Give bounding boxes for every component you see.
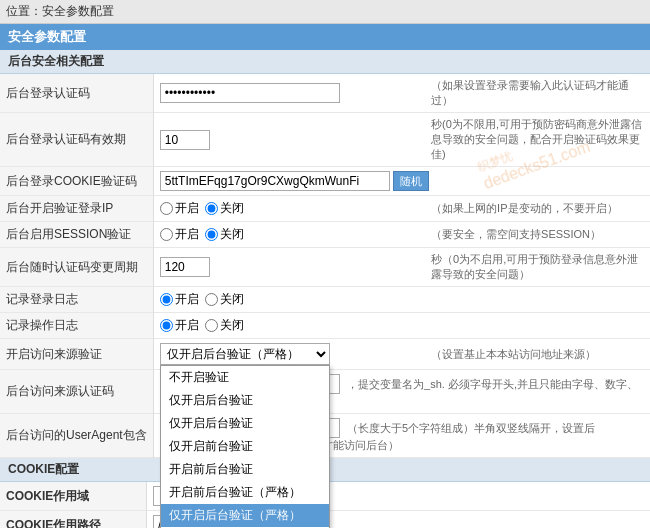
label-login-log: 记录登录日志 — [0, 287, 153, 313]
session-open-label[interactable]: 开启 — [160, 226, 199, 243]
breadcrumb: 位置：安全参数配置 — [0, 0, 650, 24]
sub-section-title: 后台安全相关配置 — [0, 50, 650, 74]
row-action-log: 记录操作日志 开启 关闭 — [0, 313, 650, 339]
hint-admin-login-code: （如果设置登录需要输入此认证码才能通过） — [425, 74, 650, 113]
action-log-close-label[interactable]: 关闭 — [205, 317, 244, 334]
hint-visit-from-validate: （设置基止本本站访问地址来源） — [425, 339, 650, 370]
dropdown-item-backend-only2[interactable]: 仅开启后台验证 — [161, 412, 329, 435]
row-token-valid-time: 后台随时认证码变更周期 秒（0为不启用,可用于预防登录信息意外泄露导致的安全问题… — [0, 248, 650, 287]
visit-from-dropdown-container: 仅开启后台验证（严格） 不开启验证 仅开启后台验证 仅开启后台验证 仅开启前台验… — [160, 343, 330, 365]
dropdown-item-no-validate[interactable]: 不开启验证 — [161, 366, 329, 389]
label-action-log: 记录操作日志 — [0, 313, 153, 339]
dropdown-item-both-strict[interactable]: 开启前后台验证（严格） — [161, 481, 329, 504]
row-admin-visit-ip: 后台开启验证登录IP 开启 关闭 （如果上网的IP是变动的，不要开启） — [0, 196, 650, 222]
value-admin-login-code — [153, 74, 425, 113]
admin-login-code-input[interactable] — [160, 83, 340, 103]
visit-from-validate-select[interactable]: 仅开启后台验证（严格） — [160, 343, 330, 365]
value-visit-from-validate: 仅开启后台验证（严格） 不开启验证 仅开启后台验证 仅开启后台验证 仅开启前台验… — [153, 339, 425, 370]
label-session-validate: 后台启用SESSION验证 — [0, 222, 153, 248]
session-close-label[interactable]: 关闭 — [205, 226, 244, 243]
row-session-validate: 后台启用SESSION验证 开启 关闭 （要安全，需空间支持SESSION） — [0, 222, 650, 248]
row-cookie-code: 后台登录COOKIE验证码 随机 — [0, 167, 650, 196]
row-login-log: 记录登录日志 开启 关闭 — [0, 287, 650, 313]
visit-ip-close-label[interactable]: 关闭 — [205, 200, 244, 217]
main-section-title: 安全参数配置 — [0, 24, 650, 50]
value-action-log: 开启 关闭 — [153, 313, 650, 339]
dropdown-item-backend-only[interactable]: 仅开启后台验证 — [161, 389, 329, 412]
value-token-valid-time — [153, 248, 425, 287]
dropdown-item-backend-strict[interactable]: 仅开启后台验证（严格） — [161, 504, 329, 527]
token-valid-time-input[interactable] — [160, 257, 210, 277]
value-admin-visit-ip: 开启 关闭 — [153, 196, 425, 222]
dropdown-item-both[interactable]: 开启前后台验证 — [161, 458, 329, 481]
label-cookie-path: COOKIE作用路径 — [0, 511, 147, 529]
label-token-valid-time: 后台随时认证码变更周期 — [0, 248, 153, 287]
login-log-close-radio[interactable] — [205, 293, 218, 306]
label-cookie-code: 后台登录COOKIE验证码 — [0, 167, 153, 196]
row-code-valid-time: 后台登录认证码有效期 秒(0为不限用,可用于预防密码商意外泄露信息导致的安全问题… — [0, 113, 650, 167]
hint-admin-visit-ip: （如果上网的IP是变动的，不要开启） — [425, 196, 650, 222]
session-open-radio[interactable] — [160, 228, 173, 241]
label-code-valid-time: 后台登录认证码有效期 — [0, 113, 153, 167]
config-table: 后台登录认证码 （如果设置登录需要输入此认证码才能通过） 后台登录认证码有效期 … — [0, 74, 650, 458]
label-user-agent: 后台访问的UserAgent包含 — [0, 414, 153, 458]
row-admin-login-code: 后台登录认证码 （如果设置登录需要输入此认证码才能通过） — [0, 74, 650, 113]
visit-from-dropdown-menu: 不开启验证 仅开启后台验证 仅开启后台验证 仅开启前台验证 开启前后台验证 开启… — [160, 365, 330, 528]
value-session-validate: 开启 关闭 — [153, 222, 425, 248]
login-log-open-label[interactable]: 开启 — [160, 291, 199, 308]
label-admin-visit-ip: 后台开启验证登录IP — [0, 196, 153, 222]
label-admin-login-code: 后台登录认证码 — [0, 74, 153, 113]
dropdown-item-frontend-only[interactable]: 仅开启前台验证 — [161, 435, 329, 458]
cookie-code-input[interactable] — [160, 171, 390, 191]
action-log-open-radio[interactable] — [160, 319, 173, 332]
cookie-code-random-btn[interactable]: 随机 — [393, 171, 429, 191]
hint-token-valid-time: 秒（0为不启用,可用于预防登录信息意外泄露导致的安全问题） — [425, 248, 650, 287]
login-log-close-label[interactable]: 关闭 — [205, 291, 244, 308]
action-log-open-label[interactable]: 开启 — [160, 317, 199, 334]
label-cookie-domain: COOKIE作用域 — [0, 482, 147, 511]
hint-session-validate: （要安全，需空间支持SESSION） — [425, 222, 650, 248]
login-log-open-radio[interactable] — [160, 293, 173, 306]
page-container: 安全参数配置 后台安全相关配置 后台登录认证码 （如果设置登录需要输入此认证码才… — [0, 24, 650, 528]
visit-ip-open-radio[interactable] — [160, 202, 173, 215]
visit-ip-close-radio[interactable] — [205, 202, 218, 215]
value-code-valid-time — [153, 113, 425, 167]
visit-ip-open-label[interactable]: 开启 — [160, 200, 199, 217]
row-visit-from-validate: 开启访问来源验证 仅开启后台验证（严格） 不开启验证 仅开启后台验证 仅开启后台… — [0, 339, 650, 370]
action-log-close-radio[interactable] — [205, 319, 218, 332]
code-valid-time-input[interactable] — [160, 130, 210, 150]
value-cookie-code: 随机 — [153, 167, 650, 196]
label-visit-from-code: 后台访问来源认证码 — [0, 370, 153, 414]
hint-code-valid-time: 秒(0为不限用,可用于预防密码商意外泄露信息导致的安全问题，配合开启验证码效果更… — [425, 113, 650, 167]
session-close-radio[interactable] — [205, 228, 218, 241]
value-login-log: 开启 关闭 — [153, 287, 650, 313]
label-visit-from-validate: 开启访问来源验证 — [0, 339, 153, 370]
